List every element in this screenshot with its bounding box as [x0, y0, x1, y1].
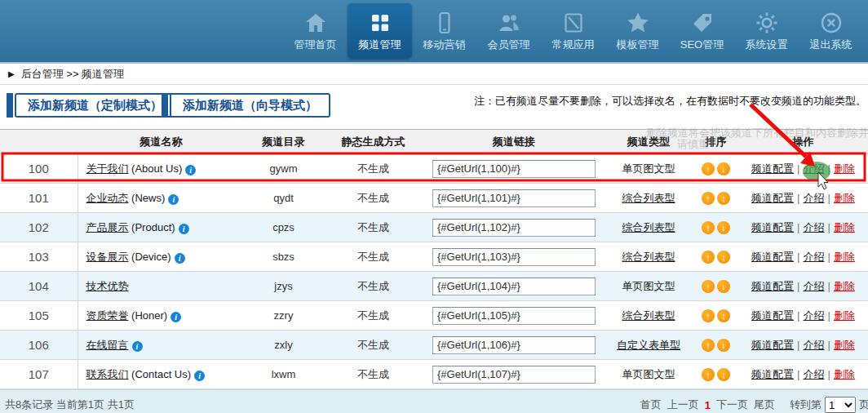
intro-link[interactable]: 介绍: [804, 251, 825, 263]
goto-page-select[interactable]: 1: [825, 397, 856, 413]
current-page-number: 1: [705, 399, 711, 411]
channel-link-input[interactable]: [432, 366, 596, 384]
intro-link[interactable]: 介绍: [804, 309, 825, 322]
sort-up-button[interactable]: ↑: [702, 339, 715, 352]
nav-item-templates[interactable]: 模板管理: [605, 3, 670, 59]
channel-config-link[interactable]: 频道配置: [751, 368, 794, 380]
row-id: 105: [0, 301, 78, 331]
sort-down-button[interactable]: ↓: [717, 309, 730, 322]
ops-separator: |: [797, 339, 799, 351]
delete-link[interactable]: 删除: [834, 339, 855, 351]
nav-item-home[interactable]: 管理首页: [283, 3, 348, 59]
sort-down-button[interactable]: ↓: [717, 162, 730, 175]
sort-down-button[interactable]: ↓: [717, 368, 730, 381]
channel-config-link[interactable]: 频道配置: [751, 221, 794, 233]
breadcrumb: ▶ 后台管理 >> 频道管理: [0, 64, 868, 85]
sort-up-button[interactable]: ↑: [702, 192, 715, 205]
row-id: 106: [0, 331, 78, 360]
channel-name-link[interactable]: 技术优势: [86, 280, 129, 292]
channel-name-en: (About Us): [129, 162, 183, 175]
delete-link[interactable]: 删除: [834, 309, 855, 322]
channel-name-link[interactable]: 联系我们: [86, 368, 129, 380]
info-icon[interactable]: i: [194, 371, 205, 381]
channel-config-link[interactable]: 频道配置: [751, 280, 794, 292]
channel-config-link[interactable]: 频道配置: [751, 192, 794, 204]
delete-link[interactable]: 删除: [834, 221, 855, 233]
last-page-link[interactable]: 尾页: [754, 397, 775, 412]
channel-name-link[interactable]: 资质荣誉: [86, 309, 129, 322]
channel-config-link[interactable]: 频道配置: [751, 339, 794, 351]
info-icon[interactable]: i: [175, 253, 185, 264]
intro-link[interactable]: 介绍: [804, 339, 825, 351]
intro-link[interactable]: 介绍: [804, 162, 825, 175]
nav-item-apps[interactable]: 常规应用: [541, 3, 605, 59]
nav-item-label: 频道管理: [359, 38, 401, 52]
info-icon[interactable]: i: [179, 224, 189, 234]
channel-name-link[interactable]: 关于我们: [86, 162, 129, 175]
table-row: 100关于我们 (About Us)igywm不生成单页图文型↑↓频道配置|介绍…: [0, 154, 868, 184]
delete-link[interactable]: 删除: [834, 368, 855, 380]
nav-item-seo[interactable]: SEO管理: [670, 3, 734, 59]
sort-up-button[interactable]: ↑: [702, 251, 715, 264]
sort-down-button[interactable]: ↓: [717, 192, 730, 205]
nav-item-label: 管理首页: [294, 38, 337, 52]
channel-name-link[interactable]: 产品展示: [86, 221, 129, 233]
nav-item-settings[interactable]: 系统设置: [734, 3, 799, 59]
tag-icon: [690, 11, 715, 35]
add-channel-custom-label: 添加新频道（定制模式）: [15, 93, 175, 118]
channel-type-link[interactable]: 综合列表型: [622, 251, 675, 263]
channel-config-link[interactable]: 频道配置: [751, 162, 794, 175]
sort-up-button[interactable]: ↑: [702, 368, 715, 381]
intro-link[interactable]: 介绍: [804, 280, 825, 292]
sort-down-button[interactable]: ↓: [717, 251, 730, 264]
sort-down-button[interactable]: ↓: [717, 280, 730, 293]
table-row: 106在线留言izxly不生成自定义表单型↑↓频道配置|介绍|删除: [0, 331, 868, 360]
first-page-link[interactable]: 首页: [640, 397, 662, 412]
note-text: 注：已有频道尽量不要删除，可以选择改名，在有数据时不要改变频道的功能类型。: [474, 94, 866, 109]
nav-item-logout[interactable]: 退出系统: [799, 3, 863, 59]
delete-link[interactable]: 删除: [834, 251, 855, 263]
sort-down-button[interactable]: ↓: [717, 339, 730, 352]
info-icon[interactable]: i: [132, 341, 143, 352]
add-channel-wizard-button[interactable]: 添加新频道（向导模式）: [162, 93, 330, 118]
channel-type-link[interactable]: 综合列表型: [622, 192, 675, 204]
channel-name-link[interactable]: 设备展示: [86, 251, 129, 263]
channel-link-input[interactable]: [432, 160, 596, 178]
delete-link[interactable]: 删除: [834, 192, 855, 204]
channel-dir: sbzs: [245, 242, 322, 272]
nav-item-members[interactable]: 会员管理: [476, 3, 541, 59]
intro-link[interactable]: 介绍: [804, 368, 825, 380]
channel-config-link[interactable]: 频道配置: [751, 309, 794, 322]
sort-up-button[interactable]: ↑: [702, 280, 715, 293]
nav-item-channels[interactable]: 频道管理: [348, 3, 412, 59]
ops-separator: |: [828, 162, 830, 175]
sort-down-button[interactable]: ↓: [717, 221, 730, 234]
intro-link[interactable]: 介绍: [804, 192, 825, 204]
info-icon[interactable]: i: [168, 194, 179, 205]
channel-link-input[interactable]: [432, 307, 596, 325]
intro-link[interactable]: 介绍: [804, 221, 825, 233]
delete-link[interactable]: 删除: [834, 280, 855, 292]
sort-up-button[interactable]: ↑: [702, 309, 715, 322]
channel-type-link[interactable]: 综合列表型: [622, 309, 675, 322]
nav-item-mobile[interactable]: 移动营销: [412, 3, 476, 59]
channel-link-input[interactable]: [432, 278, 596, 295]
info-icon[interactable]: i: [170, 312, 181, 322]
channel-link-input[interactable]: [432, 248, 596, 266]
channel-link-input[interactable]: [432, 189, 596, 207]
info-icon[interactable]: i: [185, 165, 196, 175]
prev-page-link[interactable]: 上一页: [667, 397, 699, 412]
static-gen-mode: 不生成: [322, 242, 424, 272]
next-page-link[interactable]: 下一页: [716, 397, 748, 412]
channel-link-input[interactable]: [432, 219, 596, 237]
channel-link-input[interactable]: [432, 336, 596, 354]
sort-up-button[interactable]: ↑: [702, 221, 715, 234]
delete-link[interactable]: 删除: [834, 162, 855, 175]
channel-type-link[interactable]: 综合列表型: [622, 221, 675, 233]
channel-config-link[interactable]: 频道配置: [751, 251, 794, 263]
channel-name-link[interactable]: 在线留言: [86, 339, 129, 351]
sort-up-button[interactable]: ↑: [702, 162, 715, 175]
channel-name-link[interactable]: 企业动态: [86, 192, 129, 204]
add-channel-custom-button[interactable]: 添加新频道（定制模式）: [7, 93, 175, 118]
channel-type-link[interactable]: 自定义表单型: [617, 339, 680, 351]
